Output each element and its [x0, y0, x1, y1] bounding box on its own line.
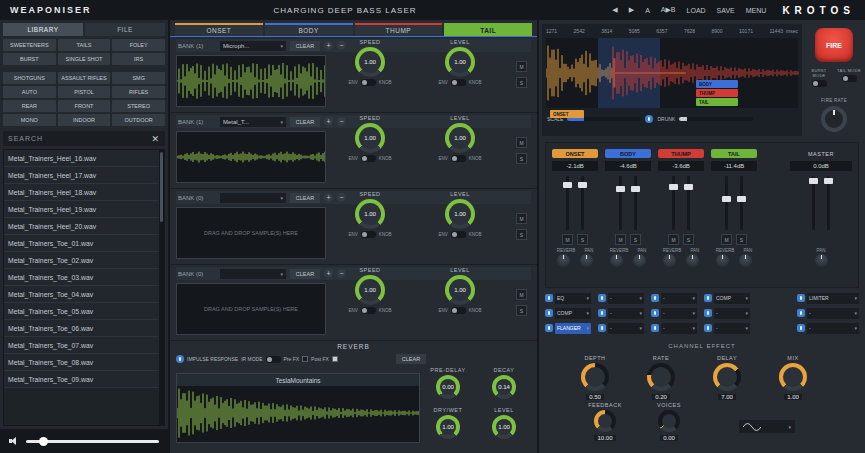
predelay-knob[interactable]: 0.00 — [436, 375, 460, 399]
file-list-item[interactable]: Metal_Trainers_Toe_02.wav — [4, 252, 159, 269]
speed-knob[interactable]: 1.00 — [355, 47, 385, 77]
fx-power-toggle[interactable] — [704, 294, 712, 302]
bank-mute-button[interactable]: M — [516, 289, 527, 300]
file-list-item[interactable]: Metal_Trainers_Heel_20.wav — [4, 218, 159, 235]
channel-solo-button[interactable]: S — [683, 234, 694, 245]
file-list-item[interactable]: Metal_Trainers_Toe_09.wav — [4, 371, 159, 388]
fx-slot-select[interactable]: -▾ — [608, 293, 644, 304]
channel-mute-button[interactable]: M — [721, 234, 732, 245]
channel-fader[interactable] — [634, 176, 637, 230]
bank-clear-button[interactable]: CLEAR — [290, 269, 320, 279]
tab-thump[interactable]: THUMP — [355, 23, 443, 36]
scrollbar-thumb[interactable] — [160, 152, 163, 222]
bank-mute-button[interactable]: M — [516, 137, 527, 148]
filter-button[interactable]: INDOOR — [58, 114, 111, 126]
level-knob[interactable]: 1.00 — [445, 123, 475, 153]
level-knob[interactable]: 1.00 — [445, 275, 475, 305]
sample-waveform[interactable] — [176, 55, 326, 107]
bank-solo-button[interactable]: S — [516, 153, 527, 164]
channel-fader[interactable] — [725, 176, 728, 230]
sample-select-dropdown[interactable]: ▾ — [220, 193, 286, 203]
delay-knob[interactable] — [713, 363, 741, 391]
level-knob[interactable]: 1.00 — [445, 47, 475, 77]
tab-onset[interactable]: ONSET — [175, 23, 263, 36]
sample-waveform[interactable]: DRAG AND DROP SAMPLE(S) HERE — [176, 283, 326, 335]
filter-button[interactable]: RIFLES — [112, 86, 165, 98]
filter-button[interactable]: AUTO — [3, 86, 56, 98]
speed-knob[interactable]: 1.00 — [355, 123, 385, 153]
fx-power-toggle[interactable] — [651, 324, 659, 332]
onset-segment-tag[interactable]: ONSET — [550, 110, 584, 118]
category-button[interactable]: IRS — [112, 53, 165, 65]
fx-power-toggle[interactable] — [704, 324, 712, 332]
sample-select-dropdown[interactable]: Metal_T... ▾ — [220, 117, 286, 127]
scrollbar[interactable] — [159, 150, 164, 425]
tab-file[interactable]: FILE — [85, 23, 165, 36]
fx-power-toggle[interactable] — [651, 309, 659, 317]
fx-power-toggle[interactable] — [598, 309, 606, 317]
filter-button[interactable]: MONO — [3, 114, 56, 126]
fx-power-toggle[interactable] — [545, 294, 553, 302]
next-preset-button[interactable]: ▶ — [629, 6, 634, 14]
channel-mute-button[interactable]: M — [615, 234, 626, 245]
sample-select-dropdown[interactable]: Microph... ▾ — [220, 41, 286, 51]
env-knob-toggle[interactable] — [451, 307, 466, 314]
channel-mute-button[interactable]: M — [562, 234, 573, 245]
pan-knob[interactable] — [580, 254, 593, 267]
load-button[interactable]: LOAD — [687, 7, 706, 14]
bank-clear-button[interactable]: CLEAR — [290, 193, 320, 203]
reverb-clear-button[interactable]: CLEAR — [396, 354, 426, 364]
pre-fx-checkbox[interactable] — [302, 356, 308, 362]
file-list-item[interactable]: Metal_Trainers_Toe_05.wav — [4, 303, 159, 320]
env-knob-toggle[interactable] — [451, 231, 466, 238]
pan-knob[interactable] — [686, 254, 699, 267]
speed-knob[interactable]: 1.00 — [355, 275, 385, 305]
lfo-shape-select[interactable]: ▾ — [739, 420, 795, 433]
add-sample-button[interactable]: + — [324, 193, 333, 202]
category-button[interactable]: TAILS — [58, 39, 111, 51]
pan-knob[interactable] — [633, 254, 646, 267]
thump-segment-tag[interactable]: THUMP — [696, 89, 738, 97]
file-list-item[interactable]: Metal_Trainers_Toe_04.wav — [4, 286, 159, 303]
filter-button[interactable]: SHOTGUNS — [3, 72, 56, 84]
fx-slot-select[interactable]: -▾ — [807, 323, 859, 334]
channel-fader[interactable] — [672, 176, 675, 230]
reverb-level-knob[interactable]: 1.00 — [492, 415, 516, 439]
speed-knob[interactable]: 1.00 — [355, 199, 385, 229]
channel-fader[interactable] — [619, 176, 622, 230]
fx-slot-select[interactable]: -▾ — [807, 308, 859, 319]
volume-slider[interactable] — [26, 440, 159, 443]
fx-power-toggle[interactable] — [545, 309, 553, 317]
channel-solo-button[interactable]: S — [577, 234, 588, 245]
category-button[interactable]: SWEETENERS — [3, 39, 56, 51]
reverb-send-knob[interactable] — [716, 254, 729, 267]
add-sample-button[interactable]: + — [324, 117, 333, 126]
prev-preset-button[interactable]: ◀ — [612, 6, 617, 14]
file-list-item[interactable]: Metal_Trainers_Toe_03.wav — [4, 269, 159, 286]
reverb-send-knob[interactable] — [557, 254, 570, 267]
env-knob-toggle[interactable] — [361, 155, 376, 162]
channel-fader[interactable] — [740, 176, 743, 230]
file-list-item[interactable]: Metal_Trainers_Heel_18.wav — [4, 184, 159, 201]
filter-button[interactable]: OUTDOOR — [112, 114, 165, 126]
voices-knob[interactable] — [658, 410, 680, 432]
reverb-power-toggle[interactable] — [176, 355, 184, 363]
env-knob-toggle[interactable] — [361, 307, 376, 314]
fx-power-toggle[interactable] — [797, 324, 805, 332]
file-list-item[interactable]: Metal_Trainers_Heel_16.wav — [4, 150, 159, 167]
fx-slot-select[interactable]: -▾ — [661, 308, 697, 319]
fx-slot-select[interactable]: EQ▾ — [555, 293, 591, 304]
filter-button[interactable]: FRONT — [58, 100, 111, 112]
fire-rate-knob[interactable] — [821, 106, 847, 132]
level-knob[interactable]: 1.00 — [445, 199, 475, 229]
feedback-knob[interactable] — [594, 410, 616, 432]
env-knob-toggle[interactable] — [361, 231, 376, 238]
env-knob-toggle[interactable] — [451, 155, 466, 162]
sample-waveform[interactable]: DRAG AND DROP SAMPLE(S) HERE — [176, 207, 326, 259]
fx-slot-select[interactable]: -▾ — [608, 308, 644, 319]
fx-power-toggle[interactable] — [797, 294, 805, 302]
save-button[interactable]: SAVE — [717, 7, 735, 14]
fx-slot-select[interactable]: -▾ — [661, 293, 697, 304]
fx-slot-select[interactable]: -▾ — [714, 323, 750, 334]
channel-mute-button[interactable]: M — [668, 234, 679, 245]
